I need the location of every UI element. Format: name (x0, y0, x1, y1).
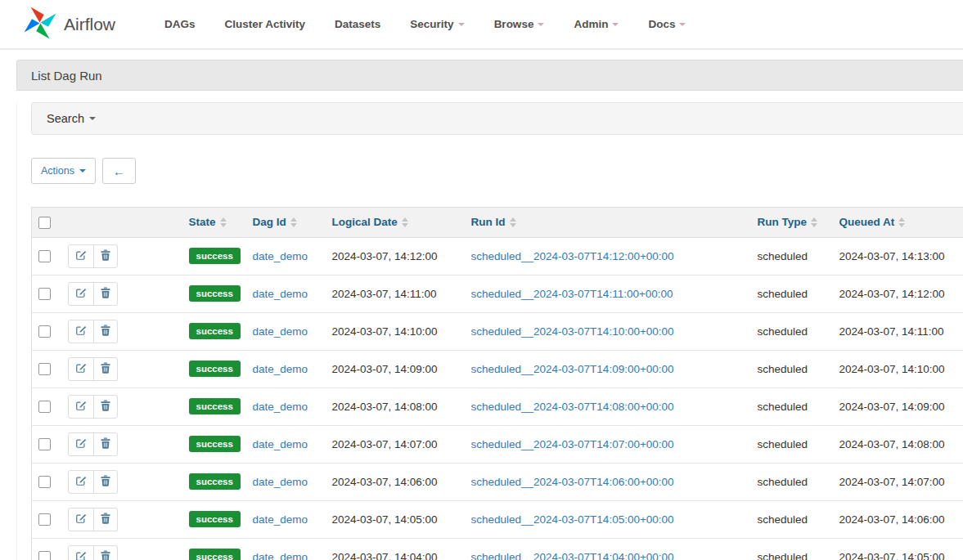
nav-item-dags[interactable]: DAGs (150, 10, 210, 38)
edit-button[interactable] (69, 320, 93, 343)
edit-button[interactable] (69, 471, 93, 493)
dag-id-cell: date_demo (246, 425, 326, 463)
page-title: List Dag Run (31, 69, 102, 83)
run-id-link[interactable]: scheduled__2024-03-07T14:04:00+00:00 (471, 551, 674, 560)
row-checkbox[interactable] (38, 551, 51, 560)
row-checkbox[interactable] (38, 363, 51, 375)
row-checkbox[interactable] (38, 288, 51, 300)
nav-item-docs[interactable]: Docs (633, 10, 700, 38)
top-navbar: Airflow DAGs Cluster Activity Datasets S… (0, 0, 963, 50)
dag-id-cell: date_demo (246, 388, 326, 425)
row-actions-cell (61, 500, 182, 538)
state-cell: success (182, 312, 246, 350)
sort-icon[interactable] (220, 217, 227, 227)
dag-id-link[interactable]: date_demo (253, 250, 308, 262)
table-row: success date_demo 2024-03-07, 14:06:00 s… (32, 463, 963, 500)
delete-button[interactable] (93, 546, 117, 560)
dag-id-link[interactable]: date_demo (253, 476, 308, 488)
run-id-link[interactable]: scheduled__2024-03-07T14:10:00+00:00 (471, 325, 674, 338)
back-button[interactable]: ← (102, 158, 136, 184)
nav-item-datasets[interactable]: Datasets (320, 10, 395, 38)
run-id-link[interactable]: scheduled__2024-03-07T14:12:00+00:00 (471, 250, 674, 262)
search-dropdown[interactable]: Search (31, 102, 963, 135)
edit-button[interactable] (69, 358, 93, 380)
edit-button[interactable] (69, 546, 93, 560)
queued-at-cell: 2024-03-07, 14:09:00 (833, 388, 963, 425)
edit-button[interactable] (69, 283, 93, 305)
trash-icon (101, 550, 110, 560)
run-type-cell: scheduled (751, 312, 833, 350)
delete-button[interactable] (93, 471, 117, 493)
run-id-link[interactable]: scheduled__2024-03-07T14:08:00+00:00 (471, 401, 674, 413)
run-id-cell: scheduled__2024-03-07T14:05:00+00:00 (465, 500, 751, 538)
dag-id-link[interactable]: date_demo (253, 438, 308, 450)
row-checkbox[interactable] (38, 513, 51, 526)
row-select-cell (32, 388, 61, 425)
queued-at-cell: 2024-03-07, 14:10:00 (833, 350, 963, 388)
sort-icon[interactable] (290, 217, 297, 227)
edit-icon (75, 513, 87, 526)
state-badge: success (189, 436, 241, 452)
logical-date-cell: 2024-03-07, 14:10:00 (326, 312, 465, 350)
nav-item-admin[interactable]: Admin (559, 10, 633, 38)
delete-button[interactable] (93, 320, 117, 343)
trash-icon (101, 437, 110, 451)
airflow-brand[interactable]: Airflow (23, 6, 115, 43)
dag-id-link[interactable]: date_demo (253, 551, 308, 560)
sort-icon[interactable] (898, 217, 905, 227)
nav-item-cluster-activity[interactable]: Cluster Activity (210, 10, 321, 38)
run-id-link[interactable]: scheduled__2024-03-07T14:06:00+00:00 (471, 476, 674, 488)
edit-button[interactable] (69, 433, 93, 455)
column-header-queued-at[interactable]: Queued At (833, 208, 963, 238)
run-id-link[interactable]: scheduled__2024-03-07T14:09:00+00:00 (471, 363, 674, 375)
column-header-run-id[interactable]: Run Id (465, 208, 751, 238)
row-checkbox[interactable] (38, 476, 51, 488)
dag-id-link[interactable]: date_demo (253, 325, 308, 338)
edit-button[interactable] (69, 508, 93, 531)
edit-icon (75, 550, 87, 560)
state-badge: success (189, 248, 241, 264)
run-id-link[interactable]: scheduled__2024-03-07T14:07:00+00:00 (471, 438, 674, 450)
run-id-cell: scheduled__2024-03-07T14:07:00+00:00 (465, 425, 751, 463)
column-header-run-type[interactable]: Run Type (751, 208, 833, 238)
state-cell: success (182, 350, 246, 388)
trash-icon (101, 475, 110, 489)
row-checkbox[interactable] (38, 438, 51, 450)
select-all-cell (32, 208, 61, 238)
actions-button[interactable]: Actions (31, 158, 96, 184)
edit-icon (75, 475, 87, 489)
delete-button[interactable] (93, 508, 117, 531)
row-select-cell (32, 538, 61, 560)
edit-button[interactable] (69, 396, 93, 418)
column-header-logical-date[interactable]: Logical Date (326, 208, 465, 238)
select-all-checkbox[interactable] (38, 217, 51, 229)
row-checkbox[interactable] (38, 401, 51, 413)
delete-button[interactable] (93, 283, 117, 305)
sort-icon[interactable] (811, 217, 817, 227)
dag-id-cell: date_demo (246, 275, 326, 312)
row-checkbox[interactable] (38, 250, 51, 262)
delete-button[interactable] (93, 433, 117, 455)
dag-id-cell: date_demo (246, 312, 326, 350)
dag-id-link[interactable]: date_demo (253, 513, 308, 526)
sort-icon[interactable] (510, 217, 516, 227)
dag-id-link[interactable]: date_demo (253, 401, 308, 413)
nav-item-label: Datasets (335, 18, 380, 30)
run-id-link[interactable]: scheduled__2024-03-07T14:05:00+00:00 (471, 513, 674, 526)
nav-item-label: DAGs (164, 18, 196, 30)
column-header-dag-id[interactable]: Dag Id (246, 208, 326, 238)
dag-id-link[interactable]: date_demo (253, 288, 308, 300)
nav-item-browse[interactable]: Browse (479, 10, 560, 38)
row-checkbox[interactable] (38, 325, 51, 338)
edit-button[interactable] (69, 245, 93, 267)
delete-button[interactable] (93, 358, 117, 380)
nav-item-security[interactable]: Security (395, 10, 479, 38)
delete-button[interactable] (93, 245, 117, 267)
delete-button[interactable] (93, 396, 117, 418)
column-header-state[interactable]: State (182, 208, 246, 238)
run-id-link[interactable]: scheduled__2024-03-07T14:11:00+00:00 (471, 288, 673, 300)
table-row: success date_demo 2024-03-07, 14:10:00 s… (32, 312, 963, 350)
row-actions-cell (61, 388, 182, 425)
dag-id-link[interactable]: date_demo (253, 363, 308, 375)
sort-icon[interactable] (402, 217, 408, 227)
